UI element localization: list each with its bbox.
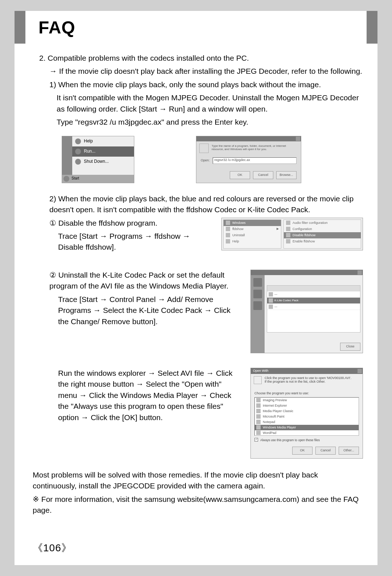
ar-close-button[interactable]: Close <box>340 343 360 351</box>
taskbar[interactable]: Start <box>62 175 134 183</box>
ow-item-5[interactable]: Windows Media Player <box>255 425 359 430</box>
item-2-2-a: 2) When the movie clip plays back, the b… <box>49 193 363 216</box>
config-icon <box>286 221 290 225</box>
app-icon <box>256 403 261 408</box>
folder-icon <box>226 221 230 225</box>
header-title-box: FAQ <box>25 11 367 44</box>
menu-help[interactable]: Help <box>72 136 134 146</box>
ar-sidebar <box>251 275 265 353</box>
run-description: Type the name of a program, folder, docu… <box>212 144 298 151</box>
ow-item-1[interactable]: Internet Explorer <box>255 403 359 408</box>
ffd-left-item-1[interactable]: Uninstall <box>224 232 281 238</box>
ow-item-6[interactable]: WordPad <box>255 430 359 436</box>
item-2: 2. Compatible problems with the codecs i… <box>39 53 363 64</box>
config-icon <box>286 227 290 231</box>
note-text: ※ For more information, visit the samsun… <box>33 495 359 514</box>
ow-item-3[interactable]: Microsoft Paint <box>255 414 359 419</box>
app-icon <box>256 414 261 419</box>
ffd-right-item-2[interactable]: Disable ffdshow <box>284 232 361 238</box>
screenshot-add-remove: — K-Lite Codec Pack — Close <box>250 270 363 353</box>
ow-desc2: If the program is not in the list, click… <box>265 380 359 383</box>
ow-item-2[interactable]: Media Player Classic <box>255 408 359 414</box>
program-icon <box>226 233 230 237</box>
ow-desc1: Click the program you want to use to ope… <box>265 376 359 380</box>
ow-item-4[interactable]: Notepad <box>255 419 359 425</box>
item-2-arrow: → If the movie clip doesn't play back af… <box>49 66 363 77</box>
disable-icon <box>286 233 290 237</box>
close-icon[interactable] <box>296 137 300 141</box>
ar-side-btn-1[interactable] <box>253 278 262 287</box>
close-icon[interactable] <box>358 270 362 275</box>
ow-label: Choose the program you want to use: <box>254 391 359 396</box>
circ1-b: Trace [Start → Programs → ffdshow → Disa… <box>58 231 211 253</box>
program-icon <box>226 239 230 243</box>
ow-titlebar: Open With <box>251 368 363 374</box>
shutdown-icon <box>75 159 81 165</box>
ow-other-button[interactable]: Other... <box>339 447 359 455</box>
page-title: FAQ <box>38 17 75 37</box>
app-icon <box>256 425 261 430</box>
screenshot-run-dialog: Type the name of a program, folder, docu… <box>196 136 301 183</box>
run-ok-button[interactable]: OK <box>230 171 250 179</box>
open-label: Open: <box>201 158 210 163</box>
item-2-1-a: 1) When the movie clip plays back, only … <box>49 79 363 90</box>
ar-list-header <box>267 286 360 291</box>
start-icon <box>64 176 69 182</box>
ar-side-btn-3[interactable] <box>253 301 262 310</box>
app-icon <box>256 398 261 402</box>
enable-icon <box>286 239 290 243</box>
run-input[interactable]: regsvr32 /u m3jpgdec.ax <box>213 157 297 164</box>
circ2-a: ② Uninstall the K-Lite Codec Pack or set… <box>49 270 240 292</box>
ar-side-btn-2[interactable] <box>253 290 262 298</box>
ffd-right-item-3[interactable]: Enable ffdshow <box>284 238 361 245</box>
ow-cancel-button[interactable]: Cancel <box>315 447 336 455</box>
ow-listbox[interactable]: Imaging Preview Internet Explorer Media … <box>254 397 359 436</box>
circ2-c: Run the windows explorer → Select AVI fi… <box>58 368 240 423</box>
openwith-doc-icon <box>254 376 262 384</box>
circ2-b: Trace [Start → Control Panel → Add/ Remo… <box>58 294 240 327</box>
windows-sidebar-strip <box>62 136 72 180</box>
ffd-right-item-1[interactable]: Configuration <box>284 226 361 232</box>
menu-run[interactable]: Run... <box>72 146 134 157</box>
ffd-right-item-0[interactable]: Audio filter configuration <box>284 220 361 226</box>
run-icon <box>75 149 81 154</box>
item-2-1-b: It isn't compatible with the Mogen MJPEG… <box>57 92 363 114</box>
chevron-right-icon: ▶ <box>277 227 279 231</box>
package-icon <box>269 292 273 297</box>
ar-list-row-selected[interactable]: K-Lite Codec Pack <box>267 298 360 304</box>
note-paragraph: ※ For more information, visit the samsun… <box>33 494 363 516</box>
app-icon <box>256 420 261 424</box>
package-icon <box>269 305 273 309</box>
ow-ok-button[interactable]: OK <box>292 447 313 455</box>
ow-checkbox-row[interactable]: ✓ Always use this program to open these … <box>254 438 359 442</box>
page-number: 《106》 <box>33 541 72 555</box>
package-icon <box>269 298 273 303</box>
ar-list-row[interactable]: — <box>267 291 360 298</box>
image-row-1: Help Run... Shut Down... Start Type the … <box>62 136 363 183</box>
screenshot-ffdshow-menu: Windows ffdshow▶ Uninstall Help Audio fi… <box>221 218 363 250</box>
ar-list: — K-Lite Codec Pack — <box>267 285 360 333</box>
screenshot-open-with: Open With Click the program you want to … <box>250 368 363 459</box>
help-icon <box>75 138 81 144</box>
ow-item-0[interactable]: Imaging Preview <box>255 398 359 403</box>
content: 2. Compatible problems with the codecs i… <box>33 53 363 518</box>
menu-shutdown[interactable]: Shut Down... <box>72 157 134 167</box>
final-paragraph: Most problems will be solved with those … <box>33 470 363 492</box>
run-logo-icon <box>199 144 209 153</box>
program-icon <box>226 227 230 231</box>
item-2-1-c: Type "regsvr32 /u m3jpgdec.ax" and press… <box>57 117 363 128</box>
close-icon[interactable] <box>358 369 362 373</box>
ffd-left-item-2[interactable]: Help <box>224 238 281 245</box>
header-bar: FAQ <box>15 11 377 44</box>
ar-titlebar <box>251 270 363 275</box>
ffd-left-item-0[interactable]: ffdshow▶ <box>224 226 281 232</box>
circ1-a: ① Disable the ffdshow program. <box>49 218 211 229</box>
page: FAQ 2. Compatible problems with the code… <box>15 11 377 565</box>
app-icon <box>256 409 261 413</box>
app-icon <box>256 431 261 435</box>
screenshot-start-menu: Help Run... Shut Down... Start <box>62 136 134 183</box>
checkbox-icon[interactable]: ✓ <box>254 438 258 442</box>
run-browse-button[interactable]: Browse... <box>276 171 297 179</box>
run-cancel-button[interactable]: Cancel <box>253 171 273 179</box>
ar-list-row[interactable]: — <box>267 304 360 310</box>
